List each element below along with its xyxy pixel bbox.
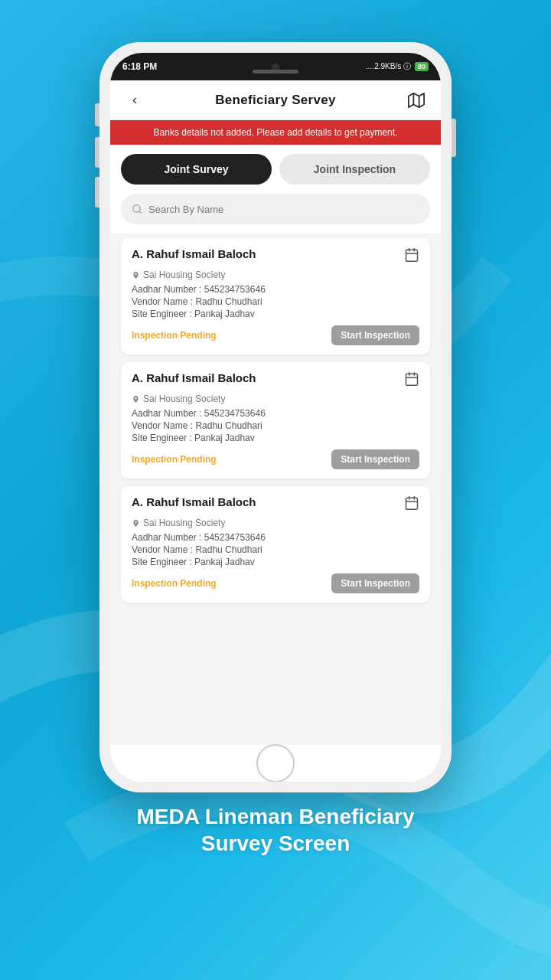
app-header: ‹ Beneficiary Servey [110,80,441,120]
speaker [253,70,298,74]
svg-rect-9 [406,374,418,385]
search-icon [132,204,142,214]
app-content: ‹ Beneficiary Servey Banks details not a… [110,80,441,782]
list-item: A. Rahuf Ismail Baloch [121,486,430,603]
location-pin-icon [132,519,140,528]
aadhar-detail: Aadhar Number : 545234753646 [132,532,419,543]
vendor-detail: Vendor Name : Radhu Chudhari [132,544,419,555]
beneficiary-name: A. Rahuf Ismail Baloch [132,495,256,508]
search-row [110,194,441,234]
svg-line-4 [139,211,142,214]
back-icon: ‹ [132,92,137,108]
svg-marker-0 [409,93,424,106]
back-button[interactable]: ‹ [122,88,147,113]
location-pin-icon [132,271,140,279]
engineer-detail: Site Engineer : Pankaj Jadhav [132,557,419,567]
battery-badge: 80 [415,62,429,71]
alert-banner: Banks details not added, Please add deta… [110,120,441,145]
tab-joint-survey[interactable]: Joint Survey [121,154,272,185]
volume-up-button [95,137,99,168]
alert-text: Banks details not added, Please add deta… [121,127,430,138]
aadhar-detail: Aadhar Number : 545234753646 [132,284,419,295]
page-title: Beneficiary Servey [215,93,336,108]
mute-button [95,103,99,126]
power-button [452,119,456,157]
card-location: Sai Housing Society [143,518,225,528]
calendar-icon[interactable] [404,247,419,266]
aadhar-detail: Aadhar Number : 545234753646 [132,408,419,419]
location-pin-icon [132,395,140,403]
status-badge: Inspection Pending [132,454,217,465]
list-item: A. Rahuf Ismail Baloch [121,238,430,354]
vendor-detail: Vendor Name : Radhu Chudhari [132,296,419,307]
vendor-detail: Vendor Name : Radhu Chudhari [132,420,419,431]
bottom-label: MEDA Lineman Beneficiary Survey Screen [136,803,414,857]
status-badge: Inspection Pending [132,330,217,341]
status-time: 6:18 PM [122,61,157,72]
status-badge: Inspection Pending [132,578,217,589]
beneficiary-name: A. Rahuf Ismail Baloch [132,247,256,260]
network-info: ....2.9KB/s ⓘ [366,61,411,72]
calendar-icon[interactable] [404,371,419,390]
status-right: ....2.9KB/s ⓘ 80 [366,61,429,72]
phone-mockup: 6:18 PM ....2.9KB/s ⓘ 80 ‹ Beneficiary S… [99,42,452,792]
map-button[interactable] [404,88,429,113]
start-inspection-button[interactable]: Start Inspection [331,325,419,345]
card-list: A. Rahuf Ismail Baloch [110,234,441,745]
list-item: A. Rahuf Ismail Baloch [121,362,430,479]
start-inspection-button[interactable]: Start Inspection [331,573,419,593]
start-inspection-button[interactable]: Start Inspection [331,449,419,469]
engineer-detail: Site Engineer : Pankaj Jadhav [132,309,419,319]
search-input[interactable] [148,204,419,215]
volume-down-button [95,177,99,207]
tab-row: Joint Survey Joint Inspection [110,145,441,194]
home-button[interactable] [256,744,295,782]
svg-rect-13 [406,498,418,509]
engineer-detail: Site Engineer : Pankaj Jadhav [132,433,419,443]
phone-bottom-bar [110,745,441,782]
svg-rect-5 [406,250,418,261]
calendar-icon[interactable] [404,495,419,514]
tab-joint-inspection[interactable]: Joint Inspection [279,154,430,185]
card-location: Sai Housing Society [143,394,225,404]
search-box [121,194,430,224]
map-icon [408,92,425,109]
beneficiary-name: A. Rahuf Ismail Baloch [132,371,256,384]
card-location: Sai Housing Society [143,270,225,280]
